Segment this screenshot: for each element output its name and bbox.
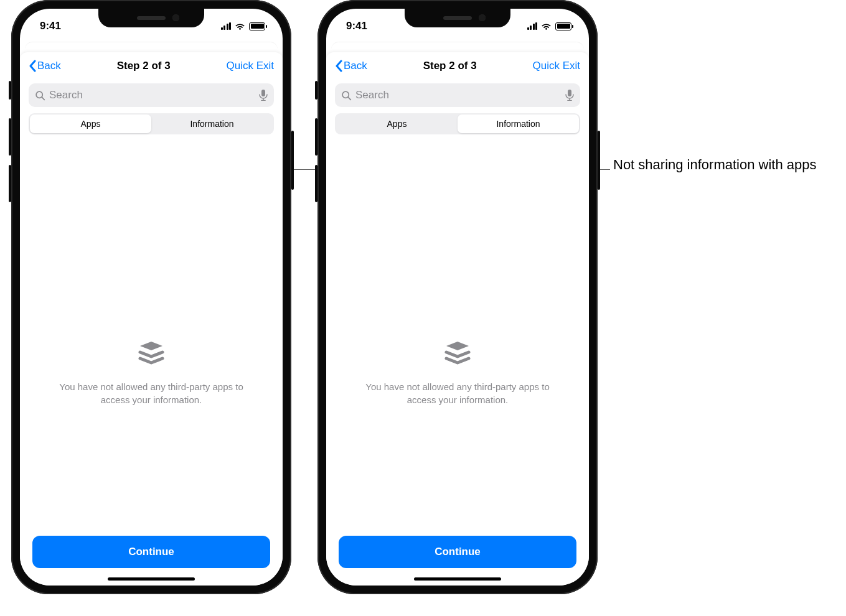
battery-icon: [249, 22, 265, 30]
phone-mockup-left: 9:41 Back Step 2 of 3 Quick Exit: [11, 0, 291, 594]
modal-sheet: Back Step 2 of 3 Quick Exit Apps Informa…: [20, 52, 283, 586]
quick-exit-button[interactable]: Quick Exit: [532, 60, 580, 72]
home-indicator[interactable]: [108, 577, 195, 581]
cellular-signal-icon: [221, 22, 232, 30]
empty-state-text: You have not allowed any third-party app…: [358, 380, 557, 406]
svg-rect-5: [568, 90, 571, 96]
stack-icon: [440, 337, 475, 371]
back-label: Back: [344, 60, 367, 72]
front-camera: [172, 14, 179, 21]
svg-rect-2: [261, 90, 265, 96]
status-time: 9:41: [40, 20, 61, 32]
speaker-grille: [137, 16, 166, 20]
back-button[interactable]: Back: [335, 60, 367, 72]
segment-apps[interactable]: Apps: [336, 114, 458, 133]
search-field[interactable]: [29, 83, 274, 107]
search-icon: [341, 90, 352, 101]
notch: [405, 9, 510, 27]
continue-button[interactable]: Continue: [339, 536, 576, 568]
svg-point-3: [342, 91, 349, 98]
wifi-icon: [235, 22, 245, 30]
svg-line-1: [42, 97, 44, 100]
svg-line-4: [348, 97, 350, 100]
segmented-control[interactable]: Apps Information: [335, 113, 580, 134]
callout-label: Not sharing information with apps: [613, 156, 817, 174]
svg-point-0: [36, 91, 42, 98]
side-button-volume-up: [9, 118, 11, 156]
stack-icon: [134, 337, 169, 371]
mic-icon[interactable]: [259, 90, 268, 101]
side-button-volume-up: [315, 118, 317, 156]
side-button-mute: [315, 81, 317, 100]
segment-information[interactable]: Information: [151, 114, 273, 133]
segment-information[interactable]: Information: [458, 114, 579, 133]
wifi-icon: [541, 22, 552, 30]
search-input[interactable]: [49, 89, 255, 101]
quick-exit-button[interactable]: Quick Exit: [226, 60, 274, 72]
segmented-control[interactable]: Apps Information: [29, 113, 274, 134]
status-time: 9:41: [346, 20, 367, 32]
phone-screen: 9:41 Back Step 2 of 3 Quick Exit: [20, 9, 283, 586]
search-input[interactable]: [355, 89, 562, 101]
search-icon: [35, 90, 45, 101]
side-button-volume-down: [9, 165, 11, 202]
phone-mockup-right: 9:41 Back Step 2 of 3 Quick Exit: [317, 0, 598, 594]
search-field[interactable]: [335, 83, 580, 107]
notch: [98, 9, 204, 27]
empty-state: You have not allowed any third-party app…: [326, 200, 589, 527]
nav-bar: Back Step 2 of 3 Quick Exit: [326, 52, 589, 80]
side-button-volume-down: [315, 165, 317, 202]
chevron-left-icon: [335, 60, 342, 72]
nav-bar: Back Step 2 of 3 Quick Exit: [20, 52, 283, 80]
phone-screen: 9:41 Back Step 2 of 3 Quick Exit: [326, 9, 589, 586]
side-button-power: [598, 131, 600, 190]
back-button[interactable]: Back: [29, 60, 61, 72]
page-title: Step 2 of 3: [117, 60, 171, 72]
chevron-left-icon: [29, 60, 36, 72]
mic-icon[interactable]: [565, 90, 574, 101]
battery-icon: [555, 22, 571, 30]
page-title: Step 2 of 3: [423, 60, 477, 72]
side-button-power: [291, 131, 294, 190]
empty-state: You have not allowed any third-party app…: [20, 200, 283, 527]
cellular-signal-icon: [527, 22, 538, 30]
front-camera: [479, 14, 486, 21]
empty-state-text: You have not allowed any third-party app…: [52, 380, 251, 406]
speaker-grille: [443, 16, 472, 20]
continue-button[interactable]: Continue: [32, 536, 270, 568]
back-label: Back: [37, 60, 61, 72]
side-button-mute: [9, 81, 11, 100]
modal-sheet: Back Step 2 of 3 Quick Exit Apps Informa…: [326, 52, 589, 586]
segment-apps[interactable]: Apps: [30, 114, 151, 133]
home-indicator[interactable]: [414, 577, 501, 581]
